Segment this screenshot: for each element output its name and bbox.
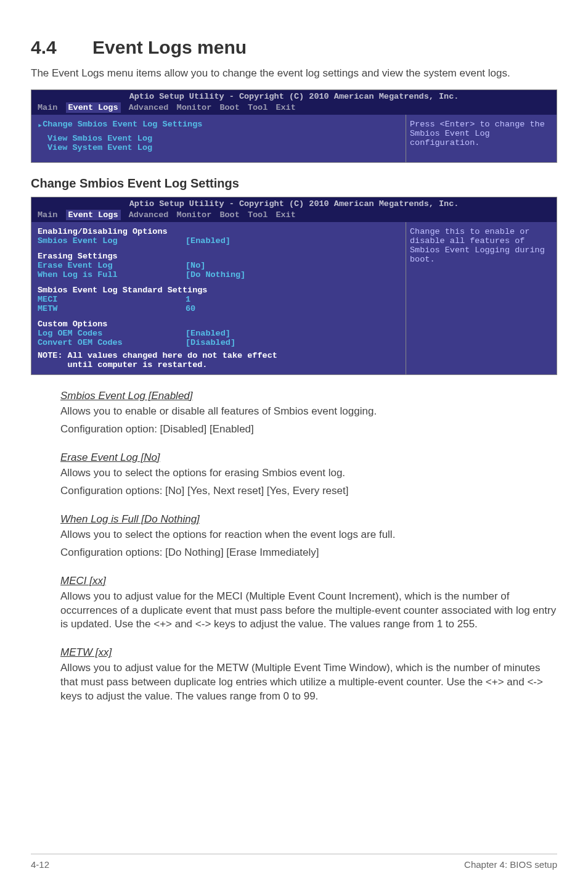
doc-section-meci-p1: Allows you to adjust value for the MECI …: [60, 590, 557, 632]
bios2-smbios-event-log[interactable]: Smbios Event Log[Enabled]: [38, 236, 399, 245]
doc-section-whenfull: When Log is Full [Do Nothing] Allows you…: [31, 513, 557, 560]
bios2-left-pane: Enabling/Disabling Options Smbios Event …: [31, 222, 406, 374]
doc-section-metw: METW [xx] Allows you to adjust value for…: [31, 646, 557, 704]
footer-page-number: 4-12: [31, 859, 49, 870]
doc-section-erase: Erase Event Log [No] Allows you to selec…: [31, 452, 557, 498]
bios2-title: Aptio Setup Utility - Copyright (C) 2010…: [31, 197, 557, 210]
bios2-when-log-full[interactable]: When Log is Full[Do Nothing]: [38, 270, 399, 279]
bios2-tab-main[interactable]: Main: [38, 210, 57, 220]
bios2-when-log-full-value: [Do Nothing]: [186, 270, 245, 279]
bios2-tab-advanced[interactable]: Advanced: [129, 210, 169, 220]
doc-section-erase-p2: Configuration options: [No] [Yes, Next r…: [60, 484, 557, 498]
bios2-convert-oem-codes-value: [Disabled]: [186, 338, 235, 347]
bios2-tab-exit[interactable]: Exit: [276, 210, 295, 220]
doc-section-whenfull-p1: Allows you to select the options for rea…: [60, 528, 557, 542]
bios1-tab-monitor[interactable]: Monitor: [177, 103, 212, 112]
bios2-metw-value: 60: [186, 304, 195, 313]
page-heading: 4.4Event Logs menu: [31, 37, 557, 58]
section-title: Event Logs menu: [92, 37, 247, 57]
doc-section-meci: MECI [xx] Allows you to adjust value for…: [31, 575, 557, 632]
bios1-tab-exit[interactable]: Exit: [276, 103, 295, 112]
doc-section-erase-p1: Allows you to select the options for era…: [60, 466, 557, 481]
section-number: 4.4: [31, 37, 92, 58]
bios2-tab-eventlogs[interactable]: Event Logs: [66, 210, 121, 220]
bios1-tab-boot[interactable]: Boot: [219, 103, 239, 112]
bios1-item-change-settings[interactable]: ▸ Change Smbios Event Log Settings: [38, 120, 399, 130]
doc-section-whenfull-heading: When Log is Full [Do Nothing]: [60, 513, 557, 526]
bios1-tabbar: Main Event Logs Advanced Monitor Boot To…: [31, 102, 557, 115]
doc-section-meci-heading: MECI [xx]: [60, 575, 557, 587]
intro-text: The Event Logs menu items allow you to c…: [31, 67, 557, 81]
doc-section-whenfull-p2: Configuration options: [Do Nothing] [Era…: [60, 546, 557, 560]
bios2-meci[interactable]: MECI1: [38, 295, 399, 304]
bios2-log-oem-codes[interactable]: Log OEM Codes[Enabled]: [38, 329, 399, 338]
bios1-help-pane: Press <Enter> to change the Smbios Event…: [406, 115, 557, 162]
triangle-icon: ▸: [38, 120, 43, 130]
bios1-item-change-settings-label: Change Smbios Event Log Settings: [43, 120, 202, 130]
bios1-tab-advanced[interactable]: Advanced: [129, 103, 169, 112]
bios2-log-oem-codes-value: [Enabled]: [186, 329, 231, 338]
bios2-meci-label: MECI: [38, 295, 186, 304]
subheading: Change Smbios Event Log Settings: [31, 176, 557, 191]
doc-section-metw-p1: Allows you to adjust value for the METW …: [60, 661, 557, 704]
bios1-item-view-system-label: View System Event Log: [47, 143, 152, 152]
bios2-help-pane: Change this to enable or disable all fea…: [406, 222, 557, 374]
doc-section-smbios: Smbios Event Log [Enabled] Allows you to…: [31, 390, 557, 437]
bios2-group1-header: Enabling/Disabling Options: [38, 227, 399, 236]
doc-section-erase-heading: Erase Event Log [No]: [60, 452, 557, 464]
bios2-group3-header: Smbios Event Log Standard Settings: [38, 286, 399, 295]
doc-section-smbios-heading: Smbios Event Log [Enabled]: [60, 390, 557, 402]
bios2-erase-event-log-value: [No]: [186, 261, 205, 270]
bios1-item-view-smbios-label: View Smbios Event Log: [47, 134, 152, 143]
bios2-metw[interactable]: METW60: [38, 304, 399, 313]
bios2-meci-value: 1: [186, 295, 190, 304]
bios-panel-1: Aptio Setup Utility - Copyright (C) 2010…: [31, 89, 557, 163]
bios2-convert-oem-codes[interactable]: Convert OEM Codes[Disabled]: [38, 338, 399, 347]
bios2-tab-boot[interactable]: Boot: [219, 210, 239, 220]
bios2-group2-header: Erasing Settings: [38, 252, 399, 261]
bios2-group4-header: Custom Options: [38, 320, 399, 329]
bios2-smbios-event-log-label: Smbios Event Log: [38, 236, 186, 245]
bios2-erase-event-log-label: Erase Event Log: [38, 261, 186, 270]
bios-panel-2: Aptio Setup Utility - Copyright (C) 2010…: [31, 197, 557, 375]
bios1-tab-main[interactable]: Main: [38, 103, 57, 112]
footer-chapter: Chapter 4: BIOS setup: [464, 859, 557, 870]
bios1-left-pane: ▸ Change Smbios Event Log Settings View …: [31, 115, 406, 162]
bios2-tabbar: Main Event Logs Advanced Monitor Boot To…: [31, 210, 557, 222]
bios2-erase-event-log[interactable]: Erase Event Log[No]: [38, 261, 399, 270]
bios1-tab-tool[interactable]: Tool: [248, 103, 267, 112]
doc-section-smbios-p2: Configuration option: [Disabled] [Enable…: [60, 423, 557, 437]
bios1-tab-eventlogs[interactable]: Event Logs: [66, 102, 121, 113]
bios2-note-line2: until computer is restarted.: [38, 360, 399, 369]
bios2-tab-monitor[interactable]: Monitor: [177, 210, 212, 220]
bios1-title: Aptio Setup Utility - Copyright (C) 2010…: [31, 90, 557, 102]
bios2-metw-label: METW: [38, 304, 186, 313]
bios2-convert-oem-codes-label: Convert OEM Codes: [38, 338, 186, 347]
bios2-note-line1: NOTE: All values changed here do not tak…: [38, 351, 399, 360]
bios2-when-log-full-label: When Log is Full: [38, 270, 186, 279]
bios2-tab-tool[interactable]: Tool: [248, 210, 267, 220]
doc-section-metw-heading: METW [xx]: [60, 646, 557, 659]
bios2-log-oem-codes-label: Log OEM Codes: [38, 329, 186, 338]
page-footer: 4-12 Chapter 4: BIOS setup: [31, 854, 557, 870]
bios1-item-view-system[interactable]: View System Event Log: [38, 143, 399, 152]
bios1-item-view-smbios[interactable]: View Smbios Event Log: [38, 134, 399, 143]
bios2-smbios-event-log-value: [Enabled]: [186, 236, 231, 245]
doc-section-smbios-p1: Allows you to enable or disable all feat…: [60, 405, 557, 419]
